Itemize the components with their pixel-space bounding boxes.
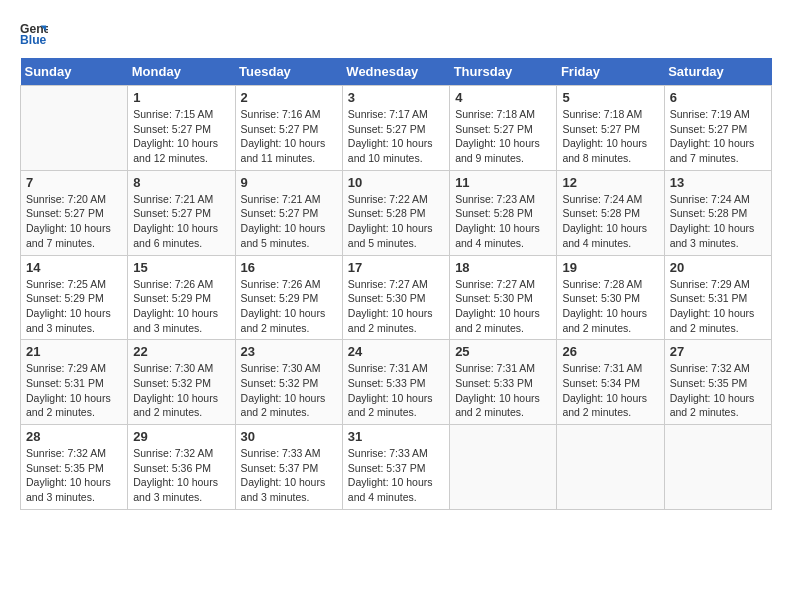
- day-number: 14: [26, 260, 122, 275]
- day-number: 26: [562, 344, 658, 359]
- calendar-cell: 7Sunrise: 7:20 AMSunset: 5:27 PMDaylight…: [21, 170, 128, 255]
- day-number: 12: [562, 175, 658, 190]
- day-number: 4: [455, 90, 551, 105]
- calendar-cell: 11Sunrise: 7:23 AMSunset: 5:28 PMDayligh…: [450, 170, 557, 255]
- day-info: Sunrise: 7:27 AMSunset: 5:30 PMDaylight:…: [455, 277, 551, 336]
- calendar-cell: [557, 425, 664, 510]
- day-number: 3: [348, 90, 444, 105]
- day-header-wednesday: Wednesday: [342, 58, 449, 86]
- day-header-monday: Monday: [128, 58, 235, 86]
- calendar-cell: 29Sunrise: 7:32 AMSunset: 5:36 PMDayligh…: [128, 425, 235, 510]
- calendar-cell: 30Sunrise: 7:33 AMSunset: 5:37 PMDayligh…: [235, 425, 342, 510]
- calendar-cell: 31Sunrise: 7:33 AMSunset: 5:37 PMDayligh…: [342, 425, 449, 510]
- calendar-cell: 9Sunrise: 7:21 AMSunset: 5:27 PMDaylight…: [235, 170, 342, 255]
- day-header-tuesday: Tuesday: [235, 58, 342, 86]
- day-number: 7: [26, 175, 122, 190]
- day-number: 16: [241, 260, 337, 275]
- calendar-cell: 21Sunrise: 7:29 AMSunset: 5:31 PMDayligh…: [21, 340, 128, 425]
- day-info: Sunrise: 7:16 AMSunset: 5:27 PMDaylight:…: [241, 107, 337, 166]
- svg-text:Blue: Blue: [20, 33, 47, 47]
- day-info: Sunrise: 7:29 AMSunset: 5:31 PMDaylight:…: [670, 277, 766, 336]
- day-info: Sunrise: 7:24 AMSunset: 5:28 PMDaylight:…: [562, 192, 658, 251]
- day-number: 21: [26, 344, 122, 359]
- day-number: 19: [562, 260, 658, 275]
- day-number: 30: [241, 429, 337, 444]
- day-number: 28: [26, 429, 122, 444]
- logo: General Blue: [20, 20, 52, 48]
- day-info: Sunrise: 7:21 AMSunset: 5:27 PMDaylight:…: [133, 192, 229, 251]
- day-info: Sunrise: 7:27 AMSunset: 5:30 PMDaylight:…: [348, 277, 444, 336]
- days-header-row: SundayMondayTuesdayWednesdayThursdayFrid…: [21, 58, 772, 86]
- day-info: Sunrise: 7:32 AMSunset: 5:35 PMDaylight:…: [26, 446, 122, 505]
- calendar-cell: 10Sunrise: 7:22 AMSunset: 5:28 PMDayligh…: [342, 170, 449, 255]
- day-number: 13: [670, 175, 766, 190]
- week-row-2: 7Sunrise: 7:20 AMSunset: 5:27 PMDaylight…: [21, 170, 772, 255]
- calendar-cell: 4Sunrise: 7:18 AMSunset: 5:27 PMDaylight…: [450, 86, 557, 171]
- calendar-cell: 28Sunrise: 7:32 AMSunset: 5:35 PMDayligh…: [21, 425, 128, 510]
- day-info: Sunrise: 7:21 AMSunset: 5:27 PMDaylight:…: [241, 192, 337, 251]
- day-info: Sunrise: 7:24 AMSunset: 5:28 PMDaylight:…: [670, 192, 766, 251]
- calendar-cell: [450, 425, 557, 510]
- calendar-cell: 16Sunrise: 7:26 AMSunset: 5:29 PMDayligh…: [235, 255, 342, 340]
- day-info: Sunrise: 7:28 AMSunset: 5:30 PMDaylight:…: [562, 277, 658, 336]
- calendar-cell: 1Sunrise: 7:15 AMSunset: 5:27 PMDaylight…: [128, 86, 235, 171]
- calendar-cell: 3Sunrise: 7:17 AMSunset: 5:27 PMDaylight…: [342, 86, 449, 171]
- day-number: 8: [133, 175, 229, 190]
- day-info: Sunrise: 7:23 AMSunset: 5:28 PMDaylight:…: [455, 192, 551, 251]
- day-info: Sunrise: 7:33 AMSunset: 5:37 PMDaylight:…: [241, 446, 337, 505]
- day-number: 23: [241, 344, 337, 359]
- day-info: Sunrise: 7:31 AMSunset: 5:33 PMDaylight:…: [348, 361, 444, 420]
- calendar-cell: 5Sunrise: 7:18 AMSunset: 5:27 PMDaylight…: [557, 86, 664, 171]
- day-info: Sunrise: 7:25 AMSunset: 5:29 PMDaylight:…: [26, 277, 122, 336]
- calendar-cell: 24Sunrise: 7:31 AMSunset: 5:33 PMDayligh…: [342, 340, 449, 425]
- day-info: Sunrise: 7:31 AMSunset: 5:34 PMDaylight:…: [562, 361, 658, 420]
- calendar-cell: 20Sunrise: 7:29 AMSunset: 5:31 PMDayligh…: [664, 255, 771, 340]
- day-header-sunday: Sunday: [21, 58, 128, 86]
- calendar-cell: 2Sunrise: 7:16 AMSunset: 5:27 PMDaylight…: [235, 86, 342, 171]
- day-number: 29: [133, 429, 229, 444]
- calendar-cell: 22Sunrise: 7:30 AMSunset: 5:32 PMDayligh…: [128, 340, 235, 425]
- week-row-3: 14Sunrise: 7:25 AMSunset: 5:29 PMDayligh…: [21, 255, 772, 340]
- calendar-cell: 13Sunrise: 7:24 AMSunset: 5:28 PMDayligh…: [664, 170, 771, 255]
- day-header-saturday: Saturday: [664, 58, 771, 86]
- day-number: 2: [241, 90, 337, 105]
- day-info: Sunrise: 7:30 AMSunset: 5:32 PMDaylight:…: [241, 361, 337, 420]
- day-number: 24: [348, 344, 444, 359]
- logo-icon: General Blue: [20, 20, 48, 48]
- day-info: Sunrise: 7:32 AMSunset: 5:36 PMDaylight:…: [133, 446, 229, 505]
- day-number: 5: [562, 90, 658, 105]
- day-info: Sunrise: 7:31 AMSunset: 5:33 PMDaylight:…: [455, 361, 551, 420]
- day-number: 1: [133, 90, 229, 105]
- day-info: Sunrise: 7:32 AMSunset: 5:35 PMDaylight:…: [670, 361, 766, 420]
- day-number: 11: [455, 175, 551, 190]
- calendar-cell: 12Sunrise: 7:24 AMSunset: 5:28 PMDayligh…: [557, 170, 664, 255]
- week-row-4: 21Sunrise: 7:29 AMSunset: 5:31 PMDayligh…: [21, 340, 772, 425]
- day-info: Sunrise: 7:20 AMSunset: 5:27 PMDaylight:…: [26, 192, 122, 251]
- day-number: 15: [133, 260, 229, 275]
- calendar-cell: 17Sunrise: 7:27 AMSunset: 5:30 PMDayligh…: [342, 255, 449, 340]
- calendar-cell: [664, 425, 771, 510]
- day-info: Sunrise: 7:17 AMSunset: 5:27 PMDaylight:…: [348, 107, 444, 166]
- calendar-table: SundayMondayTuesdayWednesdayThursdayFrid…: [20, 58, 772, 510]
- day-number: 20: [670, 260, 766, 275]
- day-info: Sunrise: 7:26 AMSunset: 5:29 PMDaylight:…: [133, 277, 229, 336]
- day-number: 25: [455, 344, 551, 359]
- day-number: 27: [670, 344, 766, 359]
- calendar-cell: 14Sunrise: 7:25 AMSunset: 5:29 PMDayligh…: [21, 255, 128, 340]
- calendar-cell: 6Sunrise: 7:19 AMSunset: 5:27 PMDaylight…: [664, 86, 771, 171]
- calendar-cell: 19Sunrise: 7:28 AMSunset: 5:30 PMDayligh…: [557, 255, 664, 340]
- page-header: General Blue: [20, 20, 772, 48]
- day-info: Sunrise: 7:22 AMSunset: 5:28 PMDaylight:…: [348, 192, 444, 251]
- day-info: Sunrise: 7:19 AMSunset: 5:27 PMDaylight:…: [670, 107, 766, 166]
- calendar-cell: 25Sunrise: 7:31 AMSunset: 5:33 PMDayligh…: [450, 340, 557, 425]
- day-info: Sunrise: 7:18 AMSunset: 5:27 PMDaylight:…: [562, 107, 658, 166]
- day-header-thursday: Thursday: [450, 58, 557, 86]
- day-info: Sunrise: 7:18 AMSunset: 5:27 PMDaylight:…: [455, 107, 551, 166]
- day-info: Sunrise: 7:29 AMSunset: 5:31 PMDaylight:…: [26, 361, 122, 420]
- day-number: 17: [348, 260, 444, 275]
- day-info: Sunrise: 7:30 AMSunset: 5:32 PMDaylight:…: [133, 361, 229, 420]
- calendar-cell: 27Sunrise: 7:32 AMSunset: 5:35 PMDayligh…: [664, 340, 771, 425]
- day-number: 9: [241, 175, 337, 190]
- calendar-cell: 15Sunrise: 7:26 AMSunset: 5:29 PMDayligh…: [128, 255, 235, 340]
- calendar-cell: 18Sunrise: 7:27 AMSunset: 5:30 PMDayligh…: [450, 255, 557, 340]
